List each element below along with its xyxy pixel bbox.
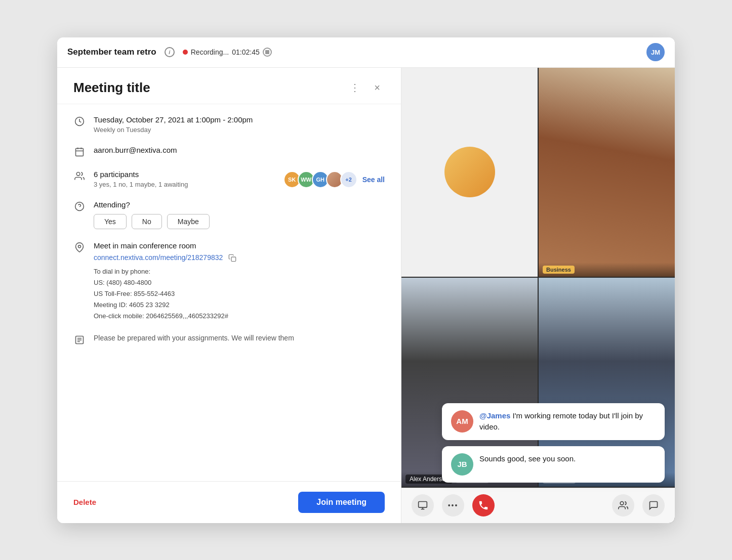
participants-count: 6 participants (94, 169, 188, 180)
clock-icon (73, 115, 86, 127)
location-content: Meet in main conference room connect.nex… (94, 240, 385, 322)
left-panel: Meeting title ⋮ × (57, 68, 401, 523)
avatars-row: SK WW GH +2 (283, 171, 357, 188)
location-row: Meet in main conference room connect.nex… (73, 240, 385, 322)
datetime-row: Tuesday, October 27, 2021 at 1:00pm - 2:… (73, 114, 385, 134)
participants-top: 6 participants 3 yes, 1 no, 1 maybe, 1 a… (94, 169, 385, 188)
one-click: One-click mobile: 2064625569,,,460523329… (94, 311, 385, 322)
app-container: September team retro i Recording... 01:0… (57, 37, 675, 523)
more-controls-button[interactable]: ••• (442, 494, 464, 516)
details-scroll: Tuesday, October 27, 2021 at 1:00pm - 2:… (57, 104, 401, 481)
svg-rect-9 (231, 257, 236, 262)
participants-row: 6 participants 3 yes, 1 no, 1 maybe, 1 a… (73, 169, 385, 188)
close-panel-button[interactable]: × (370, 80, 385, 95)
participants-icon (73, 170, 86, 182)
organizer-row: aaron.burr@nextiva.com (73, 145, 385, 158)
see-all-button[interactable]: See all (362, 176, 385, 184)
meeting-name: September team retro (67, 47, 156, 57)
panel-actions: ⋮ × (347, 80, 385, 95)
svg-point-5 (76, 172, 80, 176)
recurrence-text: Weekly on Tuesday (94, 126, 385, 134)
attending-row: Attending? Yes No Maybe (73, 199, 385, 229)
svg-rect-17 (419, 502, 427, 508)
participants-status: 3 yes, 1 no, 1 maybe, 1 awaiting (94, 181, 188, 188)
chat-avatar-jb: JB (451, 453, 473, 476)
organizer-email: aaron.burr@nextiva.com (94, 145, 385, 155)
delete-button[interactable]: Delete (73, 498, 96, 506)
location-label: Meet in main conference room (94, 240, 385, 251)
dial-header: To dial in by phone: (94, 266, 385, 277)
attend-yes-button[interactable]: Yes (94, 214, 127, 229)
recording-timer: 01:02:45 (232, 48, 260, 56)
chat-mention-1: @James (479, 411, 510, 420)
join-meeting-button[interactable]: Join meeting (298, 492, 385, 513)
right-panel: Business Alex Anderson Teammate (401, 68, 675, 523)
chat-text-2: Sounds good, see you soon. (479, 453, 576, 465)
dial-us: US: (480) 480-4800 (94, 277, 385, 288)
participants-button[interactable] (612, 494, 634, 516)
panel-title: Meeting title (73, 80, 150, 96)
panel-footer: Delete Join meeting (57, 481, 401, 523)
chat-message-1: AM @James I'm working remote today but I… (442, 403, 665, 440)
video-cell-business: Business (539, 68, 675, 277)
recording-badge: Recording... 01:02:45 (183, 48, 272, 57)
notes-row: Please be prepared with your assignments… (73, 333, 385, 346)
organizer-content: aaron.burr@nextiva.com (94, 145, 385, 155)
main-content: Meeting title ⋮ × (57, 68, 675, 523)
question-icon (73, 200, 86, 212)
business-tag: Business (543, 266, 575, 274)
stop-recording-button[interactable] (263, 48, 272, 57)
datetime-content: Tuesday, October 27, 2021 at 1:00pm - 2:… (94, 114, 385, 134)
stop-icon (265, 50, 269, 54)
chat-message-2: JB Sounds good, see you soon. (442, 446, 665, 483)
recording-label: Recording... (191, 48, 229, 56)
location-icon (73, 241, 86, 253)
notes-text: Please be prepared with your assignments… (94, 333, 385, 343)
dial-tollfree: US Toll-Free: 855-552-4463 (94, 288, 385, 299)
panel-header: Meeting title ⋮ × (57, 68, 401, 104)
svg-point-8 (78, 245, 81, 247)
user-avatar[interactable]: JM (646, 43, 665, 61)
info-icon[interactable]: i (165, 47, 175, 57)
more-options-button[interactable]: ⋮ (347, 80, 362, 95)
participant-avatar-more: +2 (340, 171, 357, 188)
local-avatar (444, 147, 495, 197)
chat-button[interactable] (642, 494, 665, 516)
attend-maybe-button[interactable]: Maybe (167, 214, 210, 229)
datetime-text: Tuesday, October 27, 2021 at 1:00pm - 2:… (94, 114, 385, 125)
meeting-id: Meeting ID: 4605 23 3292 (94, 299, 385, 311)
calendar-icon (73, 146, 86, 158)
attending-buttons: Yes No Maybe (94, 214, 385, 229)
participants-content: 6 participants 3 yes, 1 no, 1 maybe, 1 a… (94, 169, 385, 188)
top-bar: September team retro i Recording... 01:0… (57, 37, 675, 68)
chat-overlay: AM @James I'm working remote today but I… (442, 403, 665, 483)
meeting-link[interactable]: connect.nextiva.com/meeting/218279832 (94, 253, 223, 262)
hangup-button[interactable] (472, 494, 495, 516)
chat-avatar-am: AM (451, 410, 473, 433)
attending-content: Attending? Yes No Maybe (94, 199, 385, 229)
svg-rect-1 (76, 148, 84, 156)
business-label-bar: Business (539, 263, 675, 277)
recording-dot (183, 50, 188, 55)
controls-bar: ••• (401, 488, 675, 523)
chat-text-1: @James I'm working remote today but I'll… (479, 410, 656, 433)
svg-point-20 (620, 502, 624, 505)
screen-share-button[interactable] (412, 494, 434, 516)
notes-content: Please be prepared with your assignments… (94, 333, 385, 343)
video-cell-local (401, 68, 538, 277)
copy-link-icon[interactable] (227, 253, 237, 263)
notes-icon (73, 334, 86, 346)
attending-label: Attending? (94, 199, 385, 210)
attend-no-button[interactable]: No (132, 214, 162, 229)
dial-info: To dial in by phone: US: (480) 480-4800 … (94, 266, 385, 322)
